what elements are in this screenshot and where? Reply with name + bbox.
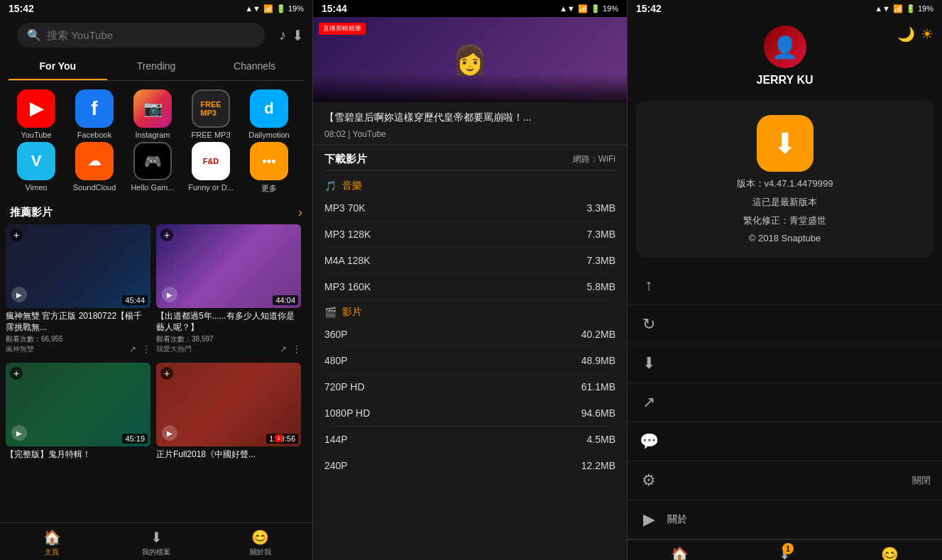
menu-item-external[interactable]: ↗ [628,383,942,422]
video-title-3: 【完整版】鬼月特輯！ [6,449,150,461]
video-card-2[interactable]: + ▶ 44:04 【出道都過5年......有多少人知道你是藝人呢？】 觀看次… [156,224,301,357]
format-row-144p[interactable]: 144P 4.5MB [324,427,615,453]
music-search-button[interactable]: ♪ [279,27,286,43]
duration-2: 44:04 [273,295,298,305]
app-freemp3[interactable]: FREEMP3 FREE MP3 [183,89,239,139]
soundcloud-icon: ☁ [75,142,114,180]
video-thumb-4: + ▶ 1:28:56 1 [156,363,301,446]
moon-icon[interactable]: 🌙 [897,26,915,43]
app-hellogame[interactable]: 🎮 Hello Gam... [125,142,180,194]
format-name-240p: 240P [324,460,348,471]
nav-files-left[interactable]: ⬇ 我的檔案 [104,523,209,560]
add-icon-3[interactable]: + [10,367,23,380]
nav-about-right[interactable]: 😊 關於我 [837,540,942,560]
dailymotion-label: Dailymotion [248,131,289,139]
status-icons-left: ▲▼ 📶 🔋 19% [245,4,304,13]
add-icon-1[interactable]: + [10,229,23,241]
play-icon-1[interactable]: ▶ [11,287,27,302]
nav-about-left[interactable]: 😊 關於我 [208,523,312,560]
status-time-right: 15:42 [636,3,662,14]
video-info-2: 【出道都過5年......有多少人知道你是藝人呢？】 觀看次數：38,597 我… [156,308,301,357]
app-more[interactable]: ••• 更多 [241,142,297,194]
menu-item-refresh[interactable]: ↻ [628,305,942,344]
format-row-mp3-128k[interactable]: MP3 128K 7.3MB [324,221,615,248]
video-title-1: 瘋神無雙 官方正版 20180722【楊千霈挑戰無... [6,311,150,333]
files-icon-wrap: ⬇ 1 [779,546,791,560]
format-name-m4a-128k: M4A 128K [324,255,371,266]
format-size-360p: 40.2MB [581,329,615,340]
nav-home-left[interactable]: 🏠 主頁 [0,523,104,560]
app-dailymotion[interactable]: d Dailymotion [241,89,297,139]
refresh-icon: ↻ [639,315,659,334]
video-thumb-1: + ▶ 45:44 [6,224,150,308]
format-row-240p[interactable]: 240P 12.2MB [324,453,615,479]
panel-download: 15:44 ▲▼ 📶 🔋 19% 直播剪輯精華 👩 【雪碧皇后啊妳這樣穿歷代皇帝… [312,0,627,560]
nav-files-right[interactable]: ⬇ 1 我的檔案 [733,540,838,560]
instagram-label: Instagram [136,131,170,139]
app-vimeo[interactable]: V Vimeo [9,142,64,194]
share-icon-2[interactable]: ↗ [280,344,287,354]
video-card-1[interactable]: + ▶ 45:44 瘋神無雙 官方正版 20180722【楊千霈挑戰無... 觀… [6,224,150,357]
play-icon-4[interactable]: ▶ [162,425,177,441]
app-funnyordie[interactable]: F&D Funny or D... [183,142,239,194]
app-instagram[interactable]: 📷 Instagram [125,89,180,139]
download-button[interactable]: ⬇ [292,27,304,44]
format-name-mp3-160k: MP3 160K [324,281,371,292]
search-input[interactable] [47,29,255,41]
more-icon-1[interactable]: ⋮ [142,344,150,354]
play-icon-2[interactable]: ▶ [162,287,177,302]
video-card-3[interactable]: + ▶ 45:19 【完整版】鬼月特輯！ [6,363,150,465]
format-size-144p: 4.5MB [587,434,615,445]
about-app-section: ⬇ 版本：v4.47.1.4479999 這已是最新版本 繁化修正：青堂盛世 ©… [636,101,933,258]
more-icon-2[interactable]: ⋮ [292,344,301,354]
tab-trending[interactable]: Trending [107,53,206,80]
search-bar[interactable]: 🔍 [17,23,265,48]
app-youtube[interactable]: ▶ YouTube [9,89,64,139]
add-icon-2[interactable]: + [160,229,173,241]
bottom-nav-left: 🏠 主頁 ⬇ 我的檔案 😊 關於我 [0,522,312,560]
home-icon-right: 🏠 [671,546,689,560]
menu-item-share[interactable]: ↑ [628,266,942,305]
format-row-mp3-70k[interactable]: MP3 70K 3.3MB [324,195,615,221]
dailymotion-icon: d [250,89,288,128]
menu-item-close[interactable]: ⚙ 關閉 [628,461,942,500]
play-icon-3[interactable]: ▶ [11,425,27,441]
tab-for-you[interactable]: For You [9,53,107,80]
video-card-4[interactable]: + ▶ 1:28:56 1 正片Full2018《中國好聲... [156,363,301,465]
feedback-icon: 💬 [639,432,659,451]
format-size-240p: 12.2MB [581,460,615,471]
files-icon-left: ⬇ [150,529,163,546]
format-row-1080p[interactable]: 1080P HD 94.6MB [324,400,615,427]
video-source: 08:02 | YouTube [324,129,615,139]
menu-item-download[interactable]: ⬇ [628,344,942,383]
format-size-1080p: 94.6MB [581,407,615,419]
app-soundcloud[interactable]: ☁ SoundCloud [67,142,122,194]
user-center: 👤 JERRY KU [628,17,942,92]
more-icon: ••• [250,142,288,180]
more-arrow-icon[interactable]: › [298,205,302,220]
download-header: 下載影片 網路：WiFi [324,146,615,171]
add-icon-4[interactable]: + [160,367,173,380]
share-icon-1[interactable]: ↗ [129,344,136,354]
facebook-icon: f [75,89,114,128]
network-label: 網路：WiFi [573,153,615,165]
menu-item-about[interactable]: ▶ 關於 [628,500,942,539]
app-latest: 這已是最新版本 [752,196,817,209]
format-row-480p[interactable]: 480P 48.9MB [324,348,615,374]
play-menu-icon: ▶ [639,510,659,529]
format-row-m4a-128k[interactable]: M4A 128K 7.3MB [324,248,615,274]
preview-overlay [313,74,627,102]
menu-item-feedback[interactable]: 💬 [628,422,942,461]
header-theme-icons: 🌙 ☀ [897,26,933,43]
format-row-mp3-160k[interactable]: MP3 160K 5.8MB [324,274,615,300]
status-icons-middle: ▲▼ 📶 🔋 19% [559,4,618,13]
nav-home-right[interactable]: 🏠 主頁 [628,540,733,560]
app-facebook[interactable]: f Facebook [67,89,122,139]
tab-channels[interactable]: Channels [205,53,304,80]
format-size-720p: 61.1MB [581,381,615,392]
format-row-720p[interactable]: 720P HD 61.1MB [324,374,615,400]
app-grid: ▶ YouTube f Facebook 📷 Instagram FREEMP3… [0,81,312,202]
audio-group-header: 🎵 音樂 [324,174,615,195]
sun-icon[interactable]: ☀ [921,26,933,43]
format-row-360p[interactable]: 360P 40.2MB [324,322,615,348]
